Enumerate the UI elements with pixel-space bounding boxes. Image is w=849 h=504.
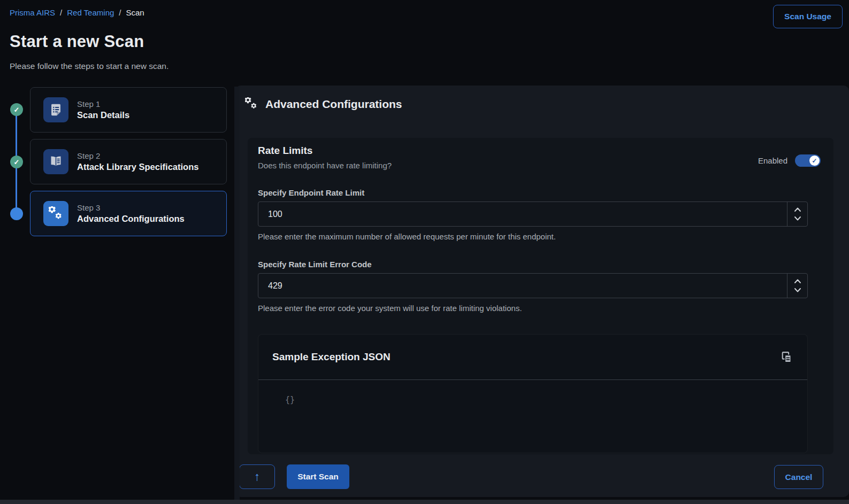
breadcrumb-current-scan: Scan (126, 8, 144, 17)
step2-title: Attack Library Specifications (77, 162, 198, 172)
step1-label: Step 1 (77, 99, 129, 108)
arrow-up-icon: ↑ (254, 470, 260, 484)
sample-exception-json-editor[interactable]: {} (258, 380, 807, 405)
step1-title: Scan Details (77, 110, 129, 120)
rate-limits-question: Does this endpoint have rate limiting? (258, 161, 392, 170)
start-scan-button[interactable]: Start Scan (287, 464, 349, 489)
gears-icon (245, 97, 258, 111)
endpoint-rate-limit-decrement-chevron-down-icon[interactable] (794, 216, 801, 221)
step2-complete-check-icon: ✓ (10, 156, 23, 168)
horizontal-scrollbar[interactable] (0, 500, 849, 504)
step2-label: Step 2 (77, 151, 198, 160)
error-code-increment-chevron-up-icon[interactable] (794, 279, 801, 283)
step1-complete-check-icon: ✓ (10, 103, 23, 116)
document-list-icon (43, 97, 68, 122)
page-subtitle: Please follow the steps to start a new s… (10, 61, 169, 71)
vertical-scrollbar[interactable] (234, 87, 240, 504)
step3-title: Advanced Configurations (77, 214, 185, 224)
copy-icon[interactable] (780, 351, 793, 364)
breadcrumb-separator: / (60, 8, 62, 17)
panel-title: Advanced Configurations (265, 98, 402, 111)
step3-label: Step 3 (77, 203, 185, 212)
breadcrumb: Prisma AIRS / Red Teaming / Scan (10, 8, 144, 17)
endpoint-rate-limit-label: Specify Endpoint Rate Limit (258, 188, 364, 197)
endpoint-rate-limit-helper: Please enter the maximum number of allow… (258, 232, 556, 241)
endpoint-rate-limit-increment-chevron-up-icon[interactable] (794, 207, 801, 212)
rate-limit-error-code-helper: Please enter the error code your system … (258, 304, 522, 313)
rate-limits-title: Rate Limits (258, 145, 312, 157)
sample-exception-json-title: Sample Exception JSON (272, 351, 391, 363)
sample-exception-json-card: Sample Exception JSON {} (258, 334, 808, 453)
error-code-decrement-chevron-down-icon[interactable] (794, 288, 801, 292)
step-card-attack-library-specifications[interactable]: Step 2 Attack Library Specifications (30, 139, 227, 184)
cancel-button[interactable]: Cancel (774, 465, 823, 489)
breadcrumb-link-prisma-airs[interactable]: Prisma AIRS (10, 8, 55, 17)
rate-limits-toggle[interactable]: ✓ (795, 154, 821, 167)
toggle-check-icon: ✓ (809, 156, 820, 166)
rate-limit-error-code-field (258, 273, 808, 298)
gears-icon (43, 201, 68, 226)
step3-active-dot (10, 207, 23, 220)
endpoint-rate-limit-field (258, 201, 808, 227)
breadcrumb-link-red-teaming[interactable]: Red Teaming (67, 8, 114, 17)
open-book-icon (43, 149, 68, 174)
scan-usage-button[interactable]: Scan Usage (773, 5, 843, 28)
step-card-advanced-configurations[interactable]: Step 3 Advanced Configurations (30, 191, 227, 236)
step-card-scan-details[interactable]: Step 1 Scan Details (30, 87, 227, 133)
page-title: Start a new Scan (10, 32, 144, 51)
rate-limit-error-code-label: Specify Rate Limit Error Code (258, 260, 372, 269)
endpoint-rate-limit-input[interactable] (258, 202, 787, 226)
rate-limit-error-code-input[interactable] (258, 274, 787, 298)
scroll-to-top-button[interactable]: ↑ (239, 464, 275, 489)
breadcrumb-separator: / (119, 8, 121, 17)
advanced-configurations-panel: Advanced Configurations Rate Limits Does… (235, 86, 849, 497)
rate-limits-toggle-label: Enabled (758, 156, 787, 165)
rate-limits-card: Rate Limits Does this endpoint have rate… (248, 138, 833, 454)
